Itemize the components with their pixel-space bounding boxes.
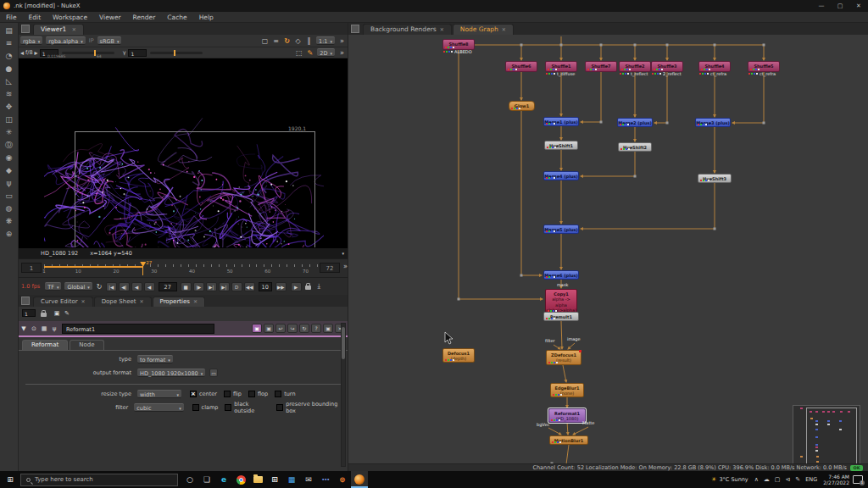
panel-menu-icon[interactable] xyxy=(21,297,30,305)
node-graph-canvas[interactable]: Shuffle8ALBEDOShuffle6Shuffle1t_diffuseS… xyxy=(348,36,868,465)
revert-icon[interactable]: ↻ xyxy=(299,324,309,333)
prev-aperture-icon[interactable]: ◂ xyxy=(19,49,25,57)
update-icon[interactable]: ↻ xyxy=(281,37,292,45)
collapse-arrow-icon[interactable]: ▼ xyxy=(19,325,29,332)
pencil-icon[interactable]: ✎ xyxy=(304,49,315,57)
node-merge5[interactable]: Merge5 (plus) xyxy=(543,225,579,234)
explorer-icon[interactable] xyxy=(249,471,266,488)
current-frame-field[interactable]: 27 xyxy=(159,282,177,291)
node-copy1[interactable]: Copy1alpha -> alphaalpha(>alpha) xyxy=(545,289,577,313)
volume-icon[interactable]: ⊲ xyxy=(785,476,790,483)
particles-icon[interactable]: ✳ xyxy=(3,126,16,139)
properties-scrollbar[interactable] xyxy=(341,323,346,467)
maximize-button[interactable]: ▢ xyxy=(831,3,849,9)
display-icon[interactable]: ▢ xyxy=(775,476,781,483)
roi-icon[interactable]: ◇ xyxy=(292,37,303,45)
props-tab-node[interactable]: Node xyxy=(70,340,103,350)
layer-dropdown[interactable]: rgba.alpha▾ xyxy=(46,36,85,45)
type-dropdown[interactable]: to format▾ xyxy=(137,355,173,363)
obs-icon[interactable]: ⊚ xyxy=(334,471,351,488)
collapse-icon2[interactable]: » xyxy=(337,49,348,57)
node-glow1[interactable]: Glow1 xyxy=(509,101,535,111)
layers-icon[interactable]: ≡ xyxy=(270,37,281,45)
max-panels-field[interactable]: 1 xyxy=(22,309,36,317)
node-motionblur1[interactable]: MotionBlur1 xyxy=(549,435,588,445)
node-shuffle6[interactable]: Shuffle6 xyxy=(505,61,537,72)
node-merge6[interactable]: Merge6 (plus) xyxy=(543,270,579,280)
task-view-icon[interactable]: ❏ xyxy=(198,471,215,488)
image-read-icon[interactable]: ▤ xyxy=(3,25,16,37)
node-merge2[interactable]: Merge2 (plus) xyxy=(617,118,653,127)
lock-panels-icon[interactable] xyxy=(41,313,47,317)
menu-help[interactable]: Help xyxy=(193,14,220,21)
undo-icon[interactable]: ↩ xyxy=(275,324,286,333)
node-shuffle8[interactable]: Shuffle8ALBEDO xyxy=(442,39,475,50)
menu-viewer[interactable]: Viewer xyxy=(93,14,127,21)
deep-icon[interactable]: Ⓓ xyxy=(3,139,16,152)
node-premult1[interactable]: Premult1 xyxy=(543,312,579,321)
transport-back-0[interactable]: |◀ xyxy=(106,282,117,291)
node-shuffle2[interactable]: Shuffle2t_reflect xyxy=(619,61,651,72)
node-hueshift1[interactable]: HueShift1 xyxy=(544,141,578,150)
edge-icon[interactable]: e xyxy=(215,471,232,488)
cortana-icon[interactable]: ○ xyxy=(181,471,198,488)
sparkle-icon[interactable]: ❋ xyxy=(3,215,16,228)
menu-render[interactable]: Render xyxy=(127,14,162,21)
step-back-button[interactable]: ◀◀ xyxy=(244,282,255,291)
timeline-ruler[interactable]: 11020304050607027 xyxy=(44,262,317,276)
format-extra-button[interactable]: ▭ xyxy=(209,369,218,377)
chrome-icon[interactable] xyxy=(232,471,249,488)
transport-fwd-2[interactable]: ▶| xyxy=(206,282,217,291)
start-button[interactable]: ⊞ xyxy=(0,475,20,484)
flipbook-button[interactable]: ▶ xyxy=(291,282,302,291)
weather-text[interactable]: 3°C Sunny xyxy=(719,476,748,483)
node-hueshift2[interactable]: HueShift2 xyxy=(618,142,652,152)
transport-back-1[interactable]: ◀| xyxy=(119,282,130,291)
node-merge4[interactable]: Merge4 (plus) xyxy=(543,171,579,180)
node-graph-minimap[interactable] xyxy=(793,405,860,465)
filter-dropdown[interactable]: cubic▾ xyxy=(134,403,183,412)
help-icon[interactable]: ? xyxy=(311,324,321,333)
pen-icon[interactable]: ✎ xyxy=(795,476,800,483)
tab-dope-sheet[interactable]: Dope Sheet✕ xyxy=(94,297,152,307)
color-icon[interactable]: ● xyxy=(3,63,16,75)
edit-pencil-icon[interactable]: ✎ xyxy=(62,310,72,317)
keyer-icon[interactable]: ≋ xyxy=(3,88,16,101)
onedrive-icon[interactable]: ☁ xyxy=(764,476,770,483)
panel-menu-icon[interactable] xyxy=(21,25,30,33)
clock[interactable]: 7:46 AM 2/27/2022 xyxy=(823,474,849,485)
node-hueshift3[interactable]: HueShift3 xyxy=(698,174,732,183)
center-node-icon[interactable]: ⊙ xyxy=(29,325,39,332)
tab-node-graph[interactable]: Node Graph✕ xyxy=(453,24,514,35)
next-aperture-icon[interactable]: ▸ xyxy=(33,49,40,57)
close-tab-icon[interactable]: ✕ xyxy=(72,26,76,32)
render-tray-icon[interactable]: ⤓ xyxy=(314,282,325,291)
weather-icon[interactable]: ☀ xyxy=(711,476,716,483)
toolsets-icon[interactable]: ▭ xyxy=(3,190,16,202)
view-mode-dropdown[interactable]: 2D▾ xyxy=(317,48,335,57)
step-forward-button[interactable]: ▶▶ xyxy=(275,282,287,291)
loop-icon[interactable]: ↻ xyxy=(94,283,105,291)
node-shuffle1[interactable]: Shuffle1t_diffuse xyxy=(545,61,577,72)
transport-back-3[interactable]: ◀ xyxy=(144,282,155,291)
chat-icon[interactable]: ⋯ xyxy=(317,471,334,488)
transport-fwd-1[interactable]: |▶ xyxy=(193,282,204,291)
hidden-icons-chevron[interactable]: ∧ xyxy=(754,476,759,483)
minimize-button[interactable]: — xyxy=(812,3,831,9)
flip-checkbox[interactable] xyxy=(224,391,231,397)
focus-node-icon[interactable]: ▣ xyxy=(52,310,62,317)
metadata-icon[interactable]: ψ xyxy=(3,177,16,190)
menu-cache[interactable]: Cache xyxy=(161,14,192,21)
range-mode-dropdown[interactable]: Global▾ xyxy=(64,282,92,291)
gain-slider[interactable] xyxy=(62,52,114,54)
node-merge3[interactable]: Merge3 (plus) xyxy=(695,118,731,127)
swatch-purple-icon[interactable]: ▣ xyxy=(252,324,262,333)
float-panel-icon[interactable]: ▣ xyxy=(323,324,333,333)
redo-icon[interactable]: ↪ xyxy=(287,324,298,333)
input-process-toggle[interactable]: IP xyxy=(89,37,94,44)
center-checkbox[interactable]: × xyxy=(190,391,197,397)
tab-background-renders[interactable]: Background Renders✕ xyxy=(363,24,452,35)
close-button[interactable]: ✕ xyxy=(849,3,868,9)
views-icon[interactable]: ◉ xyxy=(3,152,16,164)
time-icon[interactable]: ≡ xyxy=(3,37,16,50)
